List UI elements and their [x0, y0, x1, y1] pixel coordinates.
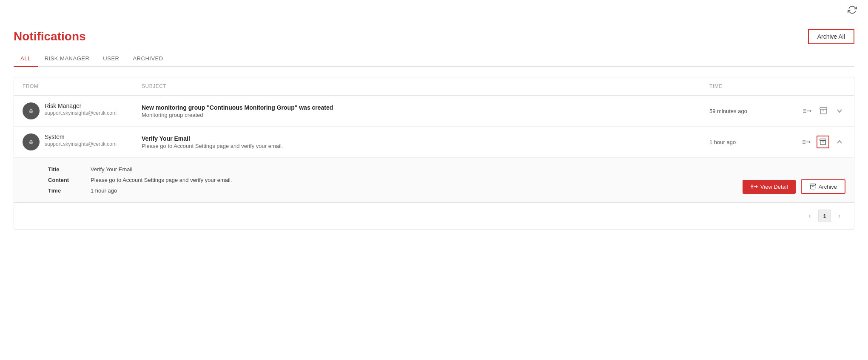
actions-cell-2	[794, 136, 845, 148]
refresh-icon[interactable]	[848, 5, 858, 15]
svg-point-8	[30, 141, 31, 142]
next-page-button[interactable]: ›	[834, 210, 845, 222]
col-actions	[794, 83, 845, 89]
detail-title-label: Title	[48, 166, 82, 173]
detail-field-content: Content Please go to Account Settings pa…	[48, 177, 232, 183]
detail-field-title: Title Verify Your Email	[48, 166, 232, 173]
subject-subtitle-2: Please go to Account Settings page and v…	[142, 143, 701, 149]
detail-time-value: 1 hour ago	[91, 187, 117, 194]
tab-risk-manager[interactable]: RISK MANAGER	[38, 51, 97, 67]
view-detail-button[interactable]: View Detail	[743, 180, 796, 194]
svg-rect-13	[820, 139, 826, 141]
top-bar	[0, 0, 868, 20]
archive-button[interactable]: Archive	[801, 179, 845, 194]
detail-time-label: Time	[48, 187, 82, 194]
avatar-1	[23, 102, 40, 119]
view-detail-icon-2[interactable]	[800, 136, 812, 148]
collapse-icon-2[interactable]	[834, 136, 845, 148]
pagination: ‹ 1 ›	[14, 203, 854, 229]
subject-subtitle-1: Monitoring group created	[142, 112, 701, 118]
detail-row: Title Verify Your Email Content Please g…	[14, 158, 854, 203]
header-row: Notifications Archive All	[14, 20, 854, 51]
detail-content-value: Please go to Account Settings page and v…	[91, 177, 232, 183]
tab-user[interactable]: USER	[96, 51, 126, 67]
subject-cell-1: New monitoring group "Continuous Monitor…	[142, 104, 709, 118]
subject-title-1: New monitoring group "Continuous Monitor…	[142, 104, 701, 111]
tabs-bar: ALL RISK MANAGER USER ARCHIVED	[14, 51, 854, 67]
detail-title-value: Verify Your Email	[91, 166, 132, 173]
tab-all[interactable]: ALL	[14, 51, 38, 67]
detail-actions: View Detail Archive	[743, 179, 845, 194]
detail-fields: Title Verify Your Email Content Please g…	[48, 166, 232, 194]
archive-all-button[interactable]: Archive All	[808, 29, 854, 44]
subject-title-2: Verify Your Email	[142, 135, 701, 142]
svg-rect-6	[820, 108, 827, 109]
sender-info-2: System support.skyinsights@certik.com	[45, 133, 117, 147]
table-header: FROM SUBJECT TIME	[14, 77, 854, 96]
notifications-card: FROM SUBJECT TIME Risk Manager suppor	[14, 77, 854, 230]
prev-page-button[interactable]: ‹	[804, 210, 816, 222]
main-container: Notifications Archive All ALL RISK MANAG…	[0, 20, 868, 360]
col-subject: SUBJECT	[142, 83, 709, 89]
sender-cell-2: System support.skyinsights@certik.com	[23, 133, 142, 150]
svg-rect-18	[810, 184, 815, 185]
sender-email-2: support.skyinsights@certik.com	[45, 141, 117, 147]
col-time: TIME	[709, 83, 794, 89]
archive-icon-2[interactable]	[817, 136, 829, 148]
sender-name-2: System	[45, 133, 117, 140]
actions-cell-1	[794, 105, 845, 117]
time-cell-2: 1 hour ago	[709, 139, 794, 145]
time-cell-1: 59 minutes ago	[709, 108, 794, 114]
view-detail-icon-1[interactable]	[801, 105, 813, 117]
detail-content-label: Content	[48, 177, 82, 183]
table-row: System support.skyinsights@certik.com Ve…	[14, 127, 854, 158]
page-title: Notifications	[14, 30, 86, 43]
col-from: FROM	[23, 83, 142, 89]
sender-info-1: Risk Manager support.skyinsights@certik.…	[45, 102, 117, 116]
tab-archived[interactable]: ARCHIVED	[126, 51, 170, 67]
sender-name-1: Risk Manager	[45, 102, 117, 109]
detail-field-time: Time 1 hour ago	[48, 187, 232, 194]
expand-icon-1[interactable]	[834, 105, 845, 117]
page-1-button[interactable]: 1	[818, 210, 831, 222]
svg-point-1	[30, 110, 31, 111]
sender-email-1: support.skyinsights@certik.com	[45, 110, 117, 116]
table-row: Risk Manager support.skyinsights@certik.…	[14, 96, 854, 127]
avatar-2	[23, 133, 40, 150]
subject-cell-2: Verify Your Email Please go to Account S…	[142, 135, 709, 149]
archive-icon-1[interactable]	[817, 105, 829, 117]
sender-cell-1: Risk Manager support.skyinsights@certik.…	[23, 102, 142, 119]
